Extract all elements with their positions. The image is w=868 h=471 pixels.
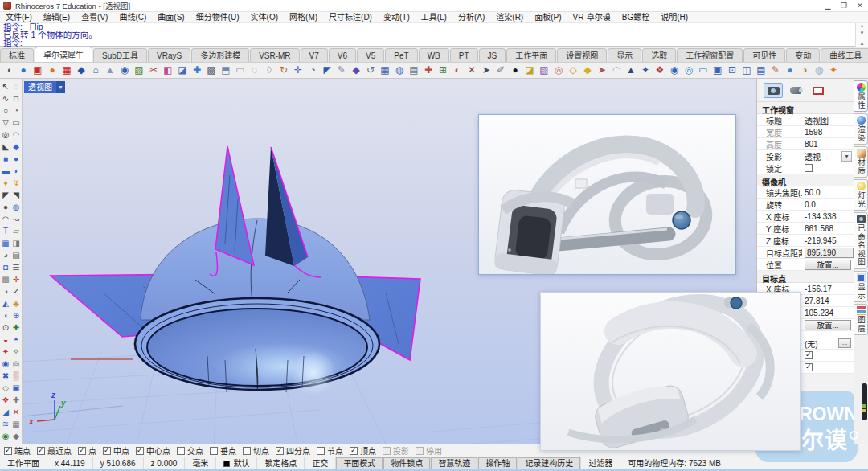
toolbar-icon[interactable]: ▧: [537, 63, 551, 77]
toolbar-icon[interactable]: ▣: [31, 63, 45, 77]
side-tab-props[interactable]: 属性: [854, 80, 868, 112]
tool-icon[interactable]: ✚: [11, 322, 22, 334]
toolbar-tab[interactable]: V6: [329, 48, 356, 62]
menu-item[interactable]: 文件(F): [0, 12, 38, 22]
osnap-toggle[interactable]: 切点: [243, 444, 269, 457]
value-input[interactable]: 895.190: [805, 248, 854, 258]
toolbar-tab[interactable]: VRayS: [148, 48, 190, 62]
minimize-button[interactable]: ▁: [820, 0, 836, 11]
status-cell[interactable]: z 0.000: [144, 457, 186, 469]
camera-icon-button[interactable]: [764, 83, 783, 98]
checkbox[interactable]: [805, 164, 813, 172]
status-cell[interactable]: y 510.686: [93, 457, 144, 469]
tool-icon[interactable]: ✖: [1, 370, 11, 382]
toolbar-icon[interactable]: ▲: [624, 63, 638, 77]
toolbar-icon[interactable]: ✎: [768, 63, 783, 77]
chevron-down-icon[interactable]: ▼: [56, 81, 65, 93]
toolbar-tab[interactable]: 标准: [0, 48, 34, 62]
checkbox[interactable]: [243, 447, 251, 455]
side-tab-render[interactable]: 渲染: [854, 113, 868, 145]
toolbar-tab[interactable]: SubD工具: [93, 48, 147, 62]
status-cell[interactable]: 物件锁点: [383, 457, 431, 469]
menu-item[interactable]: 查看(V): [76, 12, 113, 22]
checkbox[interactable]: [383, 447, 391, 455]
viewport-title[interactable]: 透视图: [24, 81, 56, 93]
place-button[interactable]: 放置...: [805, 260, 851, 270]
tool-icon[interactable]: ↯: [11, 177, 22, 189]
menu-item[interactable]: 编辑(E): [38, 12, 76, 22]
tool-icon[interactable]: ▭: [11, 117, 22, 129]
tool-icon[interactable]: ◆: [11, 430, 22, 442]
toolbar-icon[interactable]: ❖: [653, 63, 667, 77]
osnap-toggle[interactable]: 节点: [317, 444, 343, 457]
toolbar-icon[interactable]: ▤: [407, 63, 421, 77]
status-cell[interactable]: 可用的物理内存: 7623 MB: [620, 457, 728, 469]
toolbar-tab[interactable]: 工作平面: [506, 48, 556, 62]
toolbar-tab[interactable]: 可见性: [743, 48, 785, 62]
toolbar-icon[interactable]: ◌: [248, 63, 262, 77]
toolbar-tab[interactable]: 卓尔谟犀牛: [35, 47, 92, 62]
toolbar-tab[interactable]: V7: [301, 48, 328, 62]
menu-item[interactable]: 说明(H): [655, 12, 694, 22]
toolbar-icon[interactable]: ●: [45, 63, 59, 77]
checkbox[interactable]: [103, 447, 111, 455]
toolbar-icon[interactable]: ◉: [117, 63, 132, 77]
toolbar-tab[interactable]: 工作视窗配置: [677, 48, 743, 62]
toolbar-tab[interactable]: 选取: [642, 48, 676, 62]
tool-icon[interactable]: ▽: [1, 117, 11, 129]
toolbar-icon[interactable]: ◍: [392, 63, 407, 77]
status-cell[interactable]: 过滤器: [581, 457, 620, 469]
toolbar-icon[interactable]: ▭: [233, 63, 248, 77]
toolbar-icon[interactable]: ✦: [826, 63, 841, 77]
toolbar-icon[interactable]: ➤: [479, 63, 493, 77]
toolbar-tab[interactable]: WB: [419, 48, 449, 62]
tool-icon[interactable]: ✓: [11, 285, 22, 297]
tool-icon[interactable]: ▬: [1, 165, 11, 177]
toolbar-icon[interactable]: ▲: [103, 63, 117, 77]
tool-icon[interactable]: ▦: [11, 418, 22, 430]
osnap-toggle[interactable]: 交点: [177, 444, 203, 457]
tool-icon[interactable]: ▩: [1, 273, 11, 285]
menu-item[interactable]: 细分物件(U): [190, 12, 245, 22]
toolbar-icon[interactable]: ◐: [450, 63, 465, 77]
command-area[interactable]: 指令: _Flip已反转 1 个物体的方向。指令: ▲▼▲▼: [0, 23, 868, 47]
toolbar-icon[interactable]: ▦: [378, 63, 392, 77]
tool-icon[interactable]: ∿: [1, 92, 11, 104]
toolbar-icon[interactable]: ▦: [59, 63, 74, 77]
toolbar-icon[interactable]: ◪: [175, 63, 190, 77]
tool-icon[interactable]: ⊓: [11, 92, 22, 104]
menu-item[interactable]: 曲线(C): [113, 12, 152, 22]
tool-icon[interactable]: ✕: [11, 406, 22, 418]
toolbar-icon[interactable]: ➤: [595, 63, 609, 77]
tool-icon[interactable]: ◔: [11, 104, 22, 117]
tool-icon[interactable]: ◇: [1, 382, 11, 394]
checkbox[interactable]: [210, 447, 218, 455]
toolbar-icon[interactable]: ✦: [638, 63, 653, 77]
osnap-toggle[interactable]: 顶点: [350, 444, 376, 457]
menu-item[interactable]: 分析(A): [452, 12, 490, 22]
tool-icon[interactable]: ◠: [11, 129, 22, 141]
status-cell[interactable]: 毫米: [185, 457, 216, 469]
checkbox[interactable]: [416, 447, 424, 455]
toolbar-icon[interactable]: ✚: [190, 63, 204, 77]
toolbar-icon[interactable]: ◆: [580, 63, 595, 77]
tool-icon[interactable]: ✛: [11, 273, 22, 285]
menu-item[interactable]: 面板(P): [529, 12, 567, 22]
toolbar-icon[interactable]: ◤: [320, 63, 334, 77]
tool-icon[interactable]: ◨: [11, 237, 22, 249]
tool-icon[interactable]: ❖: [1, 394, 11, 406]
tool-icon[interactable]: ▒: [11, 370, 22, 382]
tool-icon[interactable]: ●: [1, 201, 11, 213]
status-cell[interactable]: 默认: [216, 457, 257, 469]
toolbar-icon[interactable]: ◆: [74, 63, 88, 77]
tool-icon[interactable]: ◣: [1, 141, 11, 153]
menu-item[interactable]: VR-卓尔谟: [567, 12, 616, 22]
tool-icon[interactable]: ○: [1, 104, 11, 117]
browse-button[interactable]: ...: [838, 338, 851, 348]
toolbar-tab[interactable]: VSR-MR: [250, 48, 299, 62]
close-button[interactable]: ✕: [852, 0, 868, 11]
toolbar-icon[interactable]: ◧: [161, 63, 175, 77]
tool-icon[interactable]: ⊙: [1, 322, 11, 334]
osnap-toggle[interactable]: 投影: [383, 444, 409, 457]
tool-icon[interactable]: ◢: [1, 406, 11, 418]
